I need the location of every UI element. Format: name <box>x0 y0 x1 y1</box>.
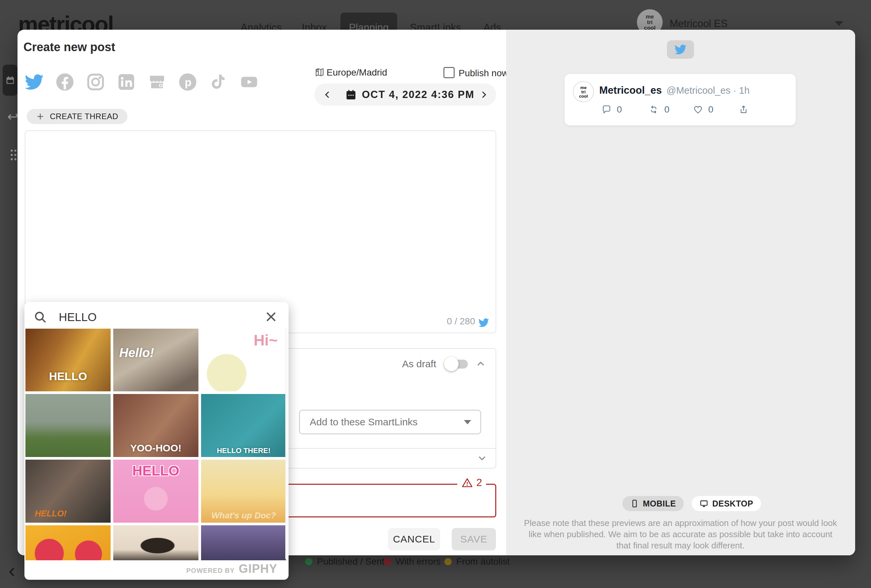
youtube-icon[interactable] <box>240 73 259 91</box>
as-draft-toggle[interactable] <box>444 357 468 371</box>
like-stat: 0 <box>693 104 739 115</box>
gif-tile[interactable] <box>201 525 286 560</box>
avatar: me tri cool <box>573 81 594 102</box>
cancel-button[interactable]: CANCEL <box>388 528 440 551</box>
sidebar-item-reply-icon[interactable]: ↩ <box>7 109 18 124</box>
publish-now-checkbox[interactable] <box>443 67 455 78</box>
gif-tile[interactable]: HELLO <box>113 460 198 523</box>
gif-tile[interactable] <box>113 525 198 560</box>
smartlinks-select[interactable]: Add to these SmartLinks <box>299 410 481 434</box>
tweet-preview-card: me tri cool Metricool_es @Metricool_es ·… <box>564 74 796 125</box>
device-toggle: MOBILE DESKTOP <box>623 496 761 511</box>
legend-published: Published / Sent <box>305 556 384 567</box>
gif-tile[interactable]: What's up Doc? <box>201 460 286 523</box>
reply-icon[interactable] <box>602 104 612 115</box>
close-icon[interactable] <box>264 310 278 324</box>
scrollbar[interactable] <box>285 328 289 560</box>
phone-icon <box>630 499 639 508</box>
as-draft-row: As draft <box>402 357 486 371</box>
legend-from-autolist: From autolist <box>444 556 510 567</box>
account-name[interactable]: Metricool ES <box>670 18 728 30</box>
gif-tile[interactable]: Hi~ <box>201 329 286 391</box>
published-dot <box>305 558 312 565</box>
calendar-icon <box>345 88 357 101</box>
heart-icon[interactable] <box>693 104 703 115</box>
timezone-label[interactable]: Europe/Madrid <box>326 67 387 78</box>
desktop-toggle-button[interactable]: DESKTOP <box>692 496 761 511</box>
giphy-logo: GIPHY <box>239 562 277 576</box>
sidebar-item-planner[interactable] <box>3 65 18 96</box>
sidebar-item-list-icon[interactable] <box>10 148 17 160</box>
giphy-attribution: POWERED BY GIPHY <box>186 562 277 576</box>
char-counter: 0 / 280 <box>447 316 475 327</box>
tweet-author-handle: @Metricool_es · 1h <box>667 85 750 96</box>
as-draft-label: As draft <box>402 358 436 370</box>
prev-date-chevron-icon[interactable] <box>323 90 332 99</box>
legend-with-errors: With errors <box>384 556 441 567</box>
pinterest-icon[interactable]: p <box>178 73 197 91</box>
preview-network-pill[interactable] <box>667 40 694 59</box>
network-selector: G p <box>25 73 259 91</box>
autolist-dot <box>444 558 452 565</box>
modal-title: Create new post <box>24 40 115 54</box>
google-business-icon[interactable]: G <box>148 73 166 91</box>
nav-tab-planning[interactable]: Planning <box>340 12 397 30</box>
select-caret-down-icon <box>464 420 471 424</box>
collapse-sidebar-chevron-icon[interactable]: ‹ <box>9 559 15 582</box>
twitter-icon[interactable] <box>25 73 43 91</box>
search-icon <box>33 310 48 324</box>
calendar-icon <box>5 75 15 85</box>
gif-tile[interactable] <box>25 525 111 560</box>
expand-chevron-down-icon[interactable] <box>477 453 487 463</box>
tweet-stats-row: 0 0 0 <box>602 104 748 115</box>
gif-tile[interactable] <box>25 394 111 457</box>
gif-tile[interactable]: Hello! <box>113 329 198 391</box>
svg-text:p: p <box>184 76 191 88</box>
selected-datetime: OCT 4, 2022 4:36 PM <box>357 89 479 101</box>
reply-stat: 0 <box>602 104 648 115</box>
giphy-picker: HELLO Hello! Hi~ YOO-HOO! HELLO THERE! H… <box>24 302 289 580</box>
screen: metricool Analytics Inbox Planning Smart… <box>0 0 871 588</box>
gif-tile[interactable]: YOO-HOO! <box>113 394 198 457</box>
retweet-icon[interactable] <box>648 104 659 115</box>
gif-search-input[interactable] <box>59 309 244 326</box>
create-thread-button[interactable]: CREATE THREAD <box>27 109 127 124</box>
account-dropdown-caret-icon[interactable] <box>835 21 843 26</box>
errors-dot <box>384 558 391 565</box>
retweet-stat: 0 <box>648 104 693 115</box>
instagram-icon[interactable] <box>86 73 105 91</box>
gif-tile[interactable]: HELLO THERE! <box>201 394 286 457</box>
share-icon[interactable] <box>739 104 748 115</box>
svg-text:G: G <box>159 82 163 88</box>
gif-tile[interactable]: HELLO <box>25 329 111 391</box>
error-count: 2 <box>476 477 482 489</box>
gif-tile[interactable]: HELLO! <box>25 460 111 523</box>
plus-icon <box>36 112 45 121</box>
facebook-icon[interactable] <box>55 73 74 91</box>
twitter-icon <box>675 43 687 55</box>
collapse-chevron-up-icon[interactable] <box>476 359 486 369</box>
tweet-author: Metricool_es @Metricool_es · 1h <box>599 85 750 96</box>
next-date-chevron-icon[interactable] <box>479 90 488 99</box>
error-badge: 2 <box>457 477 486 489</box>
datetime-picker[interactable]: OCT 4, 2022 4:36 PM <box>314 84 496 106</box>
save-button[interactable]: SAVE <box>452 528 496 551</box>
timezone-map-icon <box>314 67 325 78</box>
preview-panel: me tri cool Metricool_es @Metricool_es ·… <box>506 30 855 555</box>
linkedin-icon[interactable] <box>117 73 136 91</box>
warning-triangle-icon <box>461 477 473 489</box>
twitter-icon <box>479 318 489 328</box>
preview-disclaimer: Please note that these previews are an a… <box>520 517 841 551</box>
tiktok-icon[interactable] <box>209 73 228 91</box>
publish-now-label: Publish now <box>459 68 509 79</box>
mobile-toggle-button[interactable]: MOBILE <box>623 496 684 511</box>
monitor-icon <box>700 499 708 508</box>
tweet-author-name: Metricool_es <box>599 85 662 96</box>
